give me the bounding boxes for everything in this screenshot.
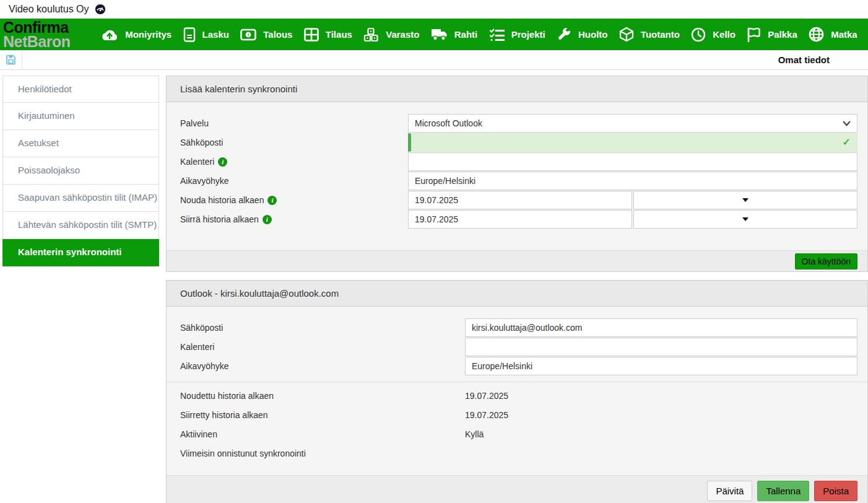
- money-icon: !: [240, 28, 256, 41]
- sidebar-item-henkilotiedot[interactable]: Henkilötiedot: [2, 76, 159, 103]
- clock-icon: [691, 27, 706, 42]
- nav-label: Varasto: [386, 29, 419, 40]
- nav-item-rahti[interactable]: Rahti: [431, 28, 478, 41]
- sahkoposti-input[interactable]: [408, 133, 857, 152]
- nav-item-moniyritys[interactable]: Moniyritys: [101, 28, 171, 42]
- kalenteri-label: Kalenteri i: [180, 157, 408, 167]
- info-row-noudettu: Noudettu historia alkaen 19.07.2025: [180, 386, 857, 405]
- sidebar-item-kirjautuminen[interactable]: Kirjautuminen: [2, 103, 159, 130]
- save-record-button[interactable]: Tallenna: [757, 481, 809, 501]
- form-row-kalenteri: Kalenteri i: [180, 152, 857, 171]
- nav-label: Huolto: [578, 29, 607, 40]
- panel-outlook-account: Outlook - kirsi.kouluttaja@outlook.com S…: [166, 280, 868, 503]
- account-sahkoposti-input[interactable]: [465, 318, 857, 337]
- kalenteri-label-text: Kalenteri: [180, 157, 214, 167]
- company-name: Video koulutus Oy: [9, 4, 89, 15]
- valid-check-icon: ✓: [843, 136, 851, 148]
- palvelu-label: Palvelu: [180, 118, 408, 128]
- panel-add-header: Lisää kalenterin synkronointi: [167, 76, 867, 102]
- main-nav: Confirma NetBaron Moniyritys Lasku ! Tal: [0, 19, 868, 50]
- info-icon[interactable]: i: [267, 196, 277, 205]
- nav-item-huolto[interactable]: Huolto: [557, 27, 607, 42]
- dashboard-gauge-icon[interactable]: [95, 4, 106, 15]
- form-row-sahkoposti: Sähköposti ✓: [180, 133, 857, 152]
- siirra-historia-label: Siirrä historia alkaen i: [180, 214, 408, 224]
- panel-account-footer: Päivitä Tallenna Poista: [167, 475, 867, 503]
- form-row-siirra-historia: Siirrä historia alkaen i: [180, 210, 857, 229]
- truck-icon: [431, 28, 448, 41]
- app-logo[interactable]: Confirma NetBaron: [0, 20, 90, 49]
- sahkoposti-label: Sähköposti: [180, 138, 408, 147]
- checklist-icon: [489, 28, 505, 42]
- refresh-button[interactable]: Päivitä: [707, 481, 752, 501]
- nav-item-palkka[interactable]: Palkka: [747, 27, 797, 42]
- panel-account-header: Outlook - kirsi.kouluttaja@outlook.com: [167, 281, 867, 307]
- sub-toolbar: Omat tiedot: [0, 50, 868, 70]
- nav-label: Rahti: [454, 29, 478, 40]
- sidebar: Henkilötiedot Kirjautuminen Asetukset Po…: [2, 76, 159, 266]
- nav-items: Moniyritys Lasku ! Talous Tilaus: [90, 27, 868, 42]
- form-row-aikavyohyke: Aikavyöhyke: [180, 172, 857, 190]
- nav-label: Palkka: [768, 29, 797, 40]
- invoice-icon: [183, 27, 196, 42]
- sidebar-item-poissaolojakso[interactable]: Poissaolojakso: [2, 157, 159, 185]
- content: Henkilötiedot Kirjautuminen Asetukset Po…: [0, 70, 868, 503]
- form-row-account-kalenteri: Kalenteri: [180, 338, 857, 356]
- sidebar-item-kalenterin-synkronointi[interactable]: Kalenterin synkronointi: [2, 239, 159, 266]
- nav-label: Moniyritys: [125, 29, 171, 40]
- delete-button[interactable]: Poista: [814, 481, 857, 501]
- siirretty-label: Siirretty historia alkaen: [180, 410, 465, 420]
- nav-item-kello[interactable]: Kello: [691, 27, 736, 42]
- siirretty-value: 19.07.2025: [465, 410, 508, 420]
- sidebar-item-smtp[interactable]: Lähtevän sähköpostin tilit (SMTP): [2, 212, 159, 239]
- palvelu-select[interactable]: Microsoft Outlook: [408, 114, 857, 133]
- nav-item-matka[interactable]: Matka: [809, 27, 857, 42]
- account-sahkoposti-label: Sähköposti: [180, 323, 465, 333]
- cloud-upload-icon: [101, 28, 118, 42]
- info-icon[interactable]: i: [263, 215, 272, 224]
- form-row-palvelu: Palvelu Microsoft Outlook: [180, 114, 857, 133]
- siirra-historia-dropdown[interactable]: [633, 210, 857, 229]
- nav-item-tuotanto[interactable]: Tuotanto: [619, 27, 680, 42]
- aikavyohyke-label: Aikavyöhyke: [180, 176, 408, 186]
- page-title: Omat tiedot: [778, 55, 868, 65]
- boxes-icon: [363, 27, 379, 42]
- nouda-historia-label-text: Nouda historia alkaen: [180, 195, 264, 205]
- aktiivinen-value: Kyllä: [465, 429, 484, 439]
- panel-account-body: Sähköposti Kalenteri Aikavyöhyke: [167, 307, 867, 475]
- sidebar-item-asetukset[interactable]: Asetukset: [2, 130, 159, 157]
- nav-item-varasto[interactable]: Varasto: [363, 27, 419, 42]
- enable-button[interactable]: Ota käyttöön: [795, 253, 857, 269]
- panel-add-body: Palvelu Microsoft Outlook Sähköposti ✓: [167, 102, 867, 250]
- kalenteri-input[interactable]: [408, 152, 857, 171]
- nav-label: Talous: [263, 29, 292, 40]
- nav-item-tilaus[interactable]: Tilaus: [304, 28, 352, 42]
- dropdown-arrow-icon: [742, 198, 749, 202]
- logo-line2: NetBaron: [3, 35, 90, 49]
- save-button[interactable]: [0, 50, 22, 69]
- aikavyohyke-input[interactable]: [408, 172, 857, 190]
- nav-item-talous[interactable]: ! Talous: [240, 28, 292, 41]
- sidebar-item-imap[interactable]: Saapuvan sähköpostin tilit (IMAP): [2, 185, 159, 212]
- nouda-historia-dropdown[interactable]: [633, 191, 857, 209]
- info-row-siirretty: Siirretty historia alkaen 19.07.2025: [180, 405, 857, 424]
- floppy-save-icon: [6, 55, 16, 65]
- noudettu-value: 19.07.2025: [465, 391, 508, 401]
- info-icon[interactable]: i: [218, 157, 227, 167]
- nouda-historia-date-input[interactable]: [408, 191, 632, 209]
- noudettu-label: Noudettu historia alkaen: [180, 391, 465, 401]
- form-row-nouda-historia: Nouda historia alkaen i: [180, 191, 857, 209]
- main-area: Lisää kalenterin synkronointi Palvelu Mi…: [166, 76, 868, 503]
- nav-item-lasku[interactable]: Lasku: [183, 27, 229, 42]
- siirra-historia-date-input[interactable]: [408, 210, 632, 229]
- account-aikavyohyke-input[interactable]: [465, 357, 857, 375]
- panel-add-footer: Ota käyttöön: [167, 250, 867, 271]
- top-company-bar: Video koulutus Oy: [0, 0, 868, 19]
- account-kalenteri-input[interactable]: [465, 338, 857, 356]
- info-row-viimeisin: Viimeisin onnistunut synkronointi: [180, 444, 857, 463]
- account-aikavyohyke-label: Aikavyöhyke: [180, 361, 465, 371]
- nav-label: Lasku: [202, 29, 229, 40]
- nav-item-projekti[interactable]: Projekti: [489, 28, 545, 42]
- info-row-aktiivinen: Aktiivinen Kyllä: [180, 424, 857, 444]
- panel-add-calendar-sync: Lisää kalenterin synkronointi Palvelu Mi…: [166, 76, 868, 272]
